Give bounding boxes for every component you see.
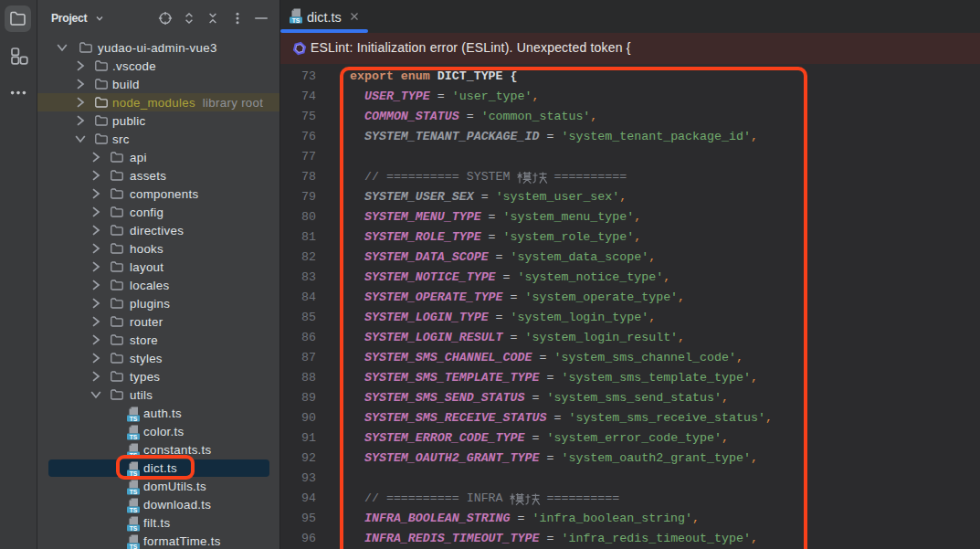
svg-text:TS: TS [130,488,138,494]
svg-text:TS: TS [292,17,300,24]
svg-text:TS: TS [130,415,138,421]
svg-text:TS: TS [130,543,138,549]
svg-text:TS: TS [130,433,138,439]
svg-text:TS: TS [130,524,138,531]
svg-text:TS: TS [130,506,138,512]
